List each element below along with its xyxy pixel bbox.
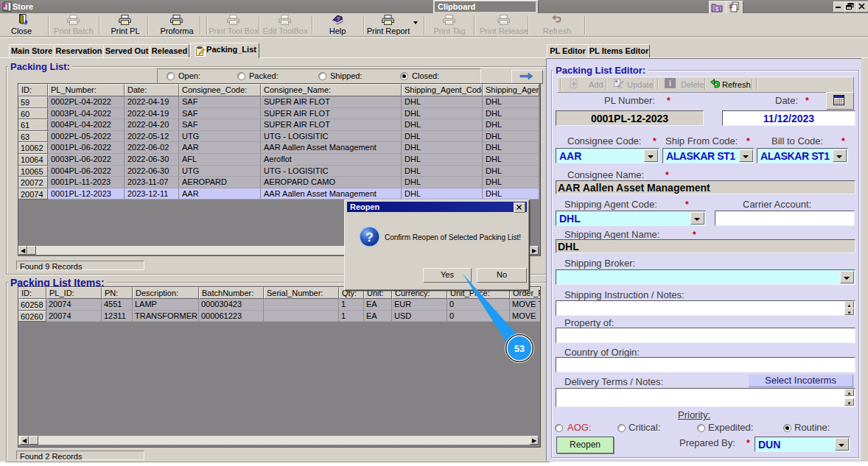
svg-text:?: ? — [365, 230, 373, 244]
svg-text:S: S — [715, 7, 719, 12]
svg-text:53: 53 — [514, 344, 525, 354]
svg-text:?: ? — [337, 15, 340, 22]
